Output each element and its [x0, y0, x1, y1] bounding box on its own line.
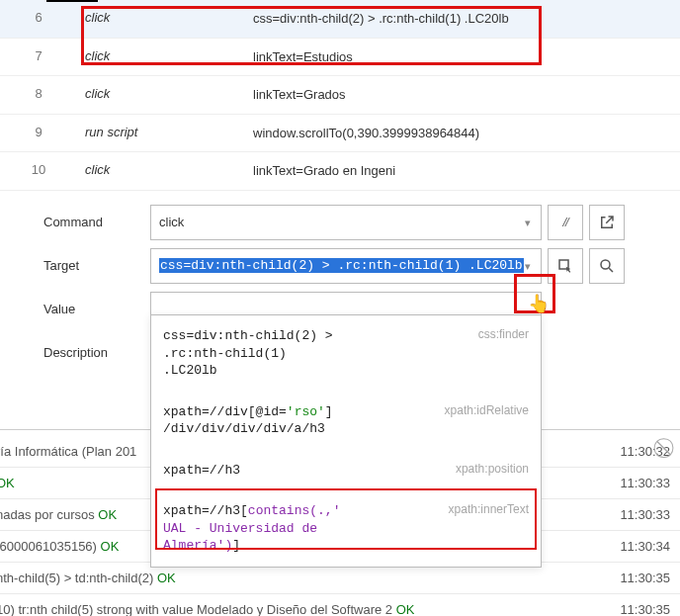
option-text: xpath=//h3[contains(.,'UAL - Universidad… — [163, 502, 414, 555]
log-time: 11:30:33 — [580, 507, 670, 522]
value-label: Value — [43, 292, 150, 316]
option-text: xpath=//div[@id='rso']/div/div/div/div/a… — [163, 403, 414, 438]
open-new-window-button[interactable] — [589, 205, 625, 240]
option-text: css=div:nth-child(2) >.rc:nth-child(1).L… — [163, 327, 414, 380]
target-select[interactable]: css=div:nth-child(2) > .rc:nth-child(1) … — [150, 248, 542, 284]
target-option[interactable]: xpath=//h3[contains(.,'UAL - Universidad… — [151, 490, 541, 567]
step-number: 8 — [0, 76, 77, 115]
step-command: click — [77, 38, 245, 76]
command-label: Command — [43, 205, 150, 229]
step-target: css=div:nth-child(2) > .rc:nth-child(1) … — [245, 0, 680, 38]
step-target: linkText=Grados — [245, 76, 680, 115]
step-command: click — [77, 0, 245, 38]
svg-point-0 — [601, 260, 610, 269]
command-select[interactable]: click ▾ — [150, 205, 542, 240]
select-element-button[interactable] — [548, 248, 583, 284]
disable-command-button[interactable]: // — [548, 205, 583, 240]
step-row[interactable]: 7clicklinkText=Estudios — [0, 38, 680, 76]
option-hint: css:finder — [414, 327, 529, 380]
target-option[interactable]: xpath=//h3xpath:position — [151, 450, 541, 491]
step-target: window.scrollTo(0,390.3999938964844) — [245, 114, 680, 152]
log-time: 11:30:35 — [580, 571, 670, 585]
option-text: xpath=//h3 — [163, 462, 414, 480]
target-value: css=div:nth-child(2) > .rc:nth-child(1) … — [159, 258, 524, 273]
caret-down-icon: ▾ — [525, 216, 531, 228]
step-row[interactable]: 9run scriptwindow.scrollTo(0,390.3999938… — [0, 114, 680, 152]
log-time: 11:30:34 — [580, 539, 670, 554]
step-row[interactable]: 8clicklinkText=Grados — [0, 76, 680, 115]
target-label: Target — [43, 248, 150, 273]
target-option[interactable]: css=div:nth-child(2) >.rc:nth-child(1).L… — [151, 315, 541, 392]
step-row[interactable]: 6clickcss=div:nth-child(2) > .rc:nth-chi… — [0, 0, 680, 38]
new-window-icon — [598, 214, 616, 231]
steps-table: 6clickcss=div:nth-child(2) > .rc:nth-chi… — [0, 0, 680, 191]
find-element-button[interactable] — [589, 248, 625, 284]
step-number: 7 — [0, 38, 77, 76]
step-number: 6 — [0, 0, 77, 38]
option-hint: xpath:position — [414, 462, 529, 480]
log-time: 11:30:35 — [580, 602, 670, 616]
option-hint: xpath:innerText — [414, 502, 529, 555]
step-command: click — [77, 76, 245, 115]
select-arrow-icon — [556, 257, 574, 275]
step-command: click — [77, 152, 245, 191]
step-target: linkText=Estudios — [245, 38, 680, 76]
step-target: linkText=Grado en Ingeni — [245, 152, 680, 191]
step-command: run script — [77, 114, 245, 152]
target-option[interactable]: xpath=//div[@id='rso']/div/div/div/div/a… — [151, 392, 541, 450]
step-number: 9 — [0, 114, 77, 152]
log-line: 10) tr:nth child(5) strong with value Mo… — [0, 594, 680, 616]
target-options-dropdown[interactable]: css=div:nth-child(2) >.rc:nth-child(1).L… — [150, 314, 542, 568]
step-number: 10 — [0, 152, 77, 191]
log-time: 11:30:33 — [580, 476, 670, 490]
log-time: 11:30:32 — [580, 444, 670, 459]
caret-down-icon: ▾ — [525, 259, 531, 272]
search-icon — [598, 257, 616, 275]
option-hint: xpath:idRelative — [414, 403, 529, 438]
description-label: Description — [43, 335, 150, 360]
command-value: click — [159, 215, 184, 229]
step-row[interactable]: 10clicklinkText=Grado en Ingeni — [0, 152, 680, 191]
